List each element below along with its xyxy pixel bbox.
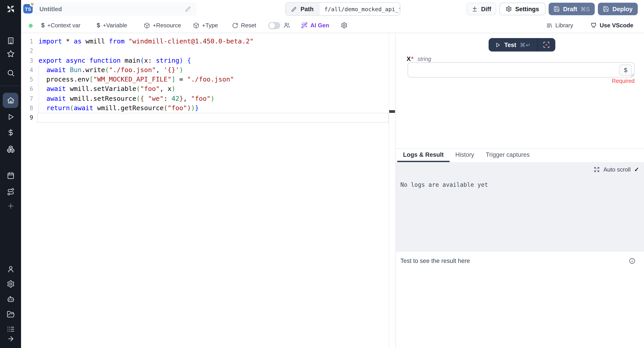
settings-button[interactable]: Settings: [499, 3, 546, 15]
sidebar-settings-gear-icon[interactable]: [6, 280, 14, 288]
sidebar-item-resources-boxes-icon[interactable]: [6, 145, 14, 153]
search-icon[interactable]: [6, 69, 14, 77]
diff-icon: [472, 6, 478, 12]
sidebar-add-plus-icon[interactable]: [6, 202, 14, 210]
insert-variable-dollar-button[interactable]: $: [619, 64, 632, 76]
ai-gen-button[interactable]: AI Gen: [301, 18, 329, 33]
code-token: main: [121, 57, 140, 64]
expand-icon: [594, 166, 600, 172]
sidebar-folders-icon[interactable]: [6, 310, 14, 318]
argument-type: string: [418, 56, 431, 62]
gear-icon: [506, 6, 512, 12]
line-number[interactable]: 7: [21, 94, 37, 104]
tab-logs-result[interactable]: Logs & Result: [397, 149, 450, 162]
tab-trigger-captures[interactable]: Trigger captures: [480, 149, 536, 162]
tab-label: History: [456, 152, 474, 158]
favorites-star-icon[interactable]: [6, 50, 14, 58]
line-number[interactable]: 8: [21, 104, 37, 113]
deploy-button[interactable]: Deploy: [598, 3, 638, 15]
code-token: import: [38, 38, 62, 45]
code-line[interactable]: return(await wmill.getResource("foo"))}: [37, 104, 389, 113]
required-asterisk: *: [411, 56, 414, 62]
code-token: (: [105, 66, 109, 74]
library-button[interactable]: Library: [546, 18, 573, 33]
diff-button[interactable]: Diff: [467, 3, 496, 15]
editor-settings-gear-icon[interactable]: [341, 18, 348, 33]
sidebar-item-home[interactable]: [3, 93, 18, 108]
code-line[interactable]: [37, 113, 389, 123]
sidebar-workers-robot-icon[interactable]: [6, 295, 14, 303]
multiplayer-users-icon[interactable]: [284, 18, 290, 33]
line-number[interactable]: 5: [21, 75, 37, 84]
draft-button[interactable]: Draft ⌘S: [548, 3, 595, 15]
toggle-switch[interactable]: [268, 22, 280, 29]
tab-history[interactable]: History: [450, 149, 480, 162]
reset-button[interactable]: Reset: [232, 18, 256, 33]
sidebar-user-icon[interactable]: [6, 265, 14, 273]
workspace-building-icon[interactable]: [6, 37, 14, 45]
draft-button-label: Draft: [563, 6, 577, 12]
code-token: (: [136, 85, 140, 92]
code-token: [38, 104, 46, 112]
use-vscode-button[interactable]: Use VScode: [590, 18, 633, 33]
save-icon: [603, 6, 609, 12]
code-editor[interactable]: 123456789 import * as wmill from "windmi…: [21, 33, 396, 348]
code-token: [183, 57, 187, 64]
edit-title-pencil-icon[interactable]: [185, 6, 191, 12]
code-token: "foo": [140, 85, 160, 92]
code-line[interactable]: export async function main(x: string) {: [37, 56, 389, 66]
sidebar-divider: [0, 86, 21, 86]
script-title-input[interactable]: [34, 2, 196, 16]
code-line[interactable]: await wmill.setResource({ "we": 42}, "fo…: [37, 94, 389, 104]
sidebar-logs-list-icon[interactable]: [6, 325, 14, 333]
sidebar-collapse-arrow-icon[interactable]: [7, 335, 14, 343]
add-resource-button[interactable]: +Resource: [144, 18, 181, 33]
language-status-dot: [29, 24, 33, 28]
code-line[interactable]: await wmill.setVariable("foo", x): [37, 84, 389, 94]
sidebar-item-runs-play-icon[interactable]: [6, 113, 14, 121]
code-line[interactable]: import * as wmill from "windmill-client@…: [37, 37, 389, 46]
code-token: [124, 38, 128, 45]
add-variable-label: +Variable: [103, 22, 127, 29]
check-icon[interactable]: ✓: [634, 166, 639, 173]
line-number[interactable]: 2: [21, 46, 37, 56]
language-badge-label: TS: [25, 6, 31, 12]
path-label-section[interactable]: Path: [286, 3, 320, 15]
editor-scrollbar[interactable]: [389, 33, 396, 348]
topbar: TS Path f/all/demo_mocked_api_file Diff …: [21, 0, 644, 18]
dollar-icon: $: [41, 22, 44, 29]
add-context-var-button[interactable]: $ +Context var: [41, 18, 80, 33]
path-editor[interactable]: Path f/all/demo_mocked_api_file: [285, 2, 400, 16]
line-number[interactable]: 9: [21, 113, 37, 123]
sidebar-item-schedules-calendar-icon[interactable]: [6, 172, 14, 180]
line-number[interactable]: 4: [21, 66, 37, 75]
add-type-button[interactable]: +Type: [193, 18, 218, 33]
code-lines[interactable]: import * as wmill from "windmill-client@…: [37, 33, 389, 348]
code-line[interactable]: [37, 46, 389, 56]
tab-label: Logs & Result: [403, 152, 444, 158]
test-button-label: Test: [504, 42, 516, 48]
windmill-logo-icon[interactable]: [5, 4, 16, 14]
github-icon: [590, 22, 597, 29]
path-label: Path: [300, 6, 314, 12]
line-number[interactable]: 1: [21, 37, 37, 46]
add-variable-button[interactable]: $ +Variable: [97, 18, 127, 33]
argument-x-input[interactable]: [408, 63, 634, 77]
line-number[interactable]: 3: [21, 56, 37, 66]
library-icon: [546, 22, 553, 28]
auto-scroll-control[interactable]: Auto scroll ✓: [594, 166, 639, 173]
sidebar-item-variables-dollar-icon[interactable]: [6, 128, 14, 136]
editor-gutter: 123456789: [21, 33, 37, 122]
code-line[interactable]: await Bun.write("./foo.json", '{}'): [37, 66, 389, 75]
capture-test-button[interactable]: [538, 38, 555, 52]
code-token: ): [191, 104, 195, 112]
code-line[interactable]: process.env["WM_MOCKED_API_FILE"] = "./f…: [37, 75, 389, 84]
line-number[interactable]: 6: [21, 84, 37, 94]
library-label: Library: [555, 22, 573, 29]
path-value[interactable]: f/all/demo_mocked_api_file: [320, 3, 400, 15]
code-token: wmill.setVariable: [66, 85, 136, 92]
test-button[interactable]: Test ⌘↵: [488, 38, 538, 52]
info-icon[interactable]: [629, 258, 636, 264]
code-token: Bun: [70, 66, 82, 74]
sidebar-item-triggers-route-icon[interactable]: [6, 188, 14, 196]
